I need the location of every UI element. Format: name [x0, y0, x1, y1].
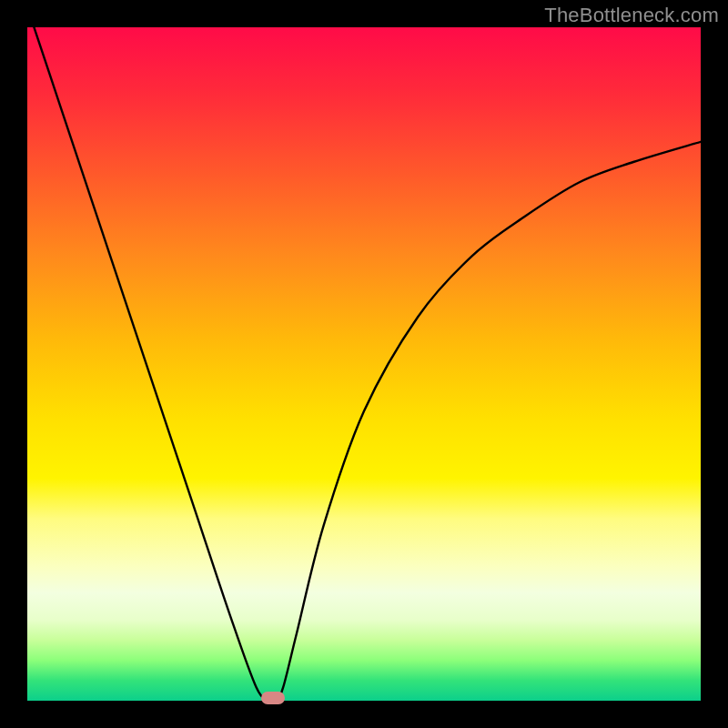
min-marker: [261, 692, 285, 704]
bottleneck-curve-path: [27, 27, 701, 701]
watermark-text: TheBottleneck.com: [544, 4, 719, 27]
plot-area: [27, 27, 701, 701]
chart-frame: TheBottleneck.com: [0, 0, 728, 728]
curve-svg: [27, 27, 701, 701]
